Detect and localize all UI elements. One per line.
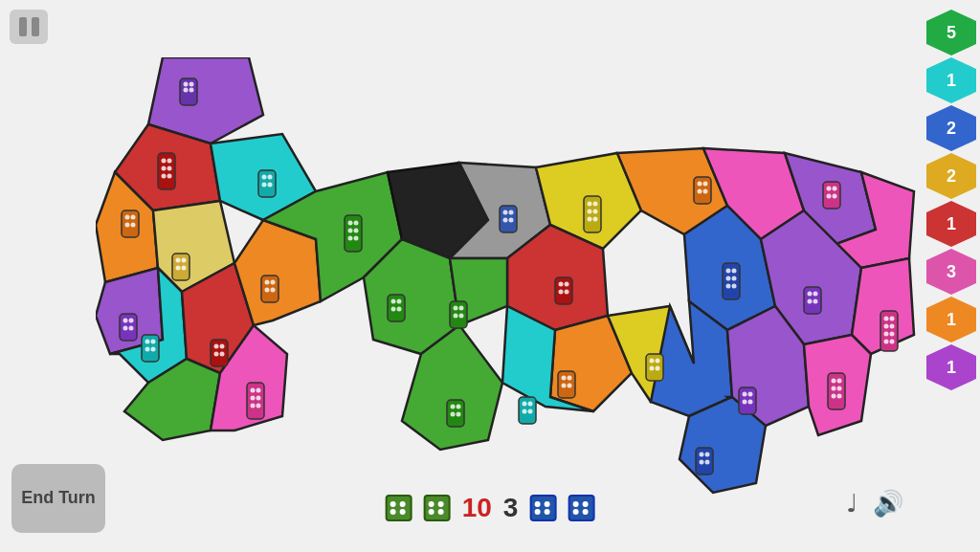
svg-rect-140 xyxy=(558,371,575,398)
svg-rect-109 xyxy=(555,277,572,304)
svg-point-146 xyxy=(650,359,655,364)
sidebar-item-2[interactable]: 2 xyxy=(926,105,976,151)
svg-point-157 xyxy=(705,453,710,457)
svg-point-36 xyxy=(184,88,189,93)
svg-point-90 xyxy=(503,218,508,223)
svg-point-94 xyxy=(593,202,598,207)
speaker-icon[interactable]: 🔊 xyxy=(873,489,903,519)
svg-point-167 xyxy=(837,379,842,384)
svg-point-77 xyxy=(271,280,276,285)
svg-point-163 xyxy=(743,400,747,405)
green-die-1 xyxy=(386,495,412,521)
red-score: 10 xyxy=(462,493,492,523)
blue-die-1 xyxy=(529,495,556,521)
svg-point-68 xyxy=(145,347,150,352)
svg-point-42 xyxy=(167,166,172,171)
svg-point-166 xyxy=(832,379,836,384)
svg-point-123 xyxy=(732,276,737,281)
svg-point-40 xyxy=(167,159,172,164)
svg-point-154 xyxy=(528,409,533,414)
svg-point-135 xyxy=(890,324,895,329)
svg-point-66 xyxy=(145,340,150,344)
svg-point-59 xyxy=(182,266,187,271)
game-board xyxy=(96,57,919,497)
svg-point-122 xyxy=(726,276,731,281)
sidebar-item-1[interactable]: 1 xyxy=(926,57,976,103)
sidebar-item-7[interactable]: 1 xyxy=(926,344,976,390)
svg-point-64 xyxy=(129,326,134,331)
sidebar-item-5[interactable]: 3 xyxy=(926,249,976,295)
svg-point-185 xyxy=(391,299,396,304)
svg-point-132 xyxy=(884,317,889,321)
svg-point-54 xyxy=(131,223,136,228)
svg-point-127 xyxy=(808,292,813,297)
end-turn-button[interactable]: End Turn xyxy=(11,464,105,533)
svg-point-93 xyxy=(588,202,592,207)
svg-point-158 xyxy=(700,460,704,465)
svg-point-102 xyxy=(698,189,702,194)
svg-point-116 xyxy=(459,306,464,311)
svg-point-118 xyxy=(459,314,464,319)
svg-point-88 xyxy=(503,210,508,215)
svg-point-159 xyxy=(705,460,710,465)
music-icon[interactable]: ♩ xyxy=(846,489,858,519)
svg-point-107 xyxy=(827,194,832,199)
svg-point-186 xyxy=(397,299,402,304)
svg-point-130 xyxy=(813,299,818,304)
svg-point-143 xyxy=(562,384,567,388)
svg-point-63 xyxy=(123,326,128,331)
svg-point-81 xyxy=(348,221,353,226)
svg-point-164 xyxy=(748,400,753,405)
svg-point-168 xyxy=(832,386,836,391)
sidebar-item-6[interactable]: 1 xyxy=(926,297,976,342)
svg-rect-104 xyxy=(823,182,840,209)
svg-point-188 xyxy=(397,307,402,312)
svg-point-35 xyxy=(189,82,194,87)
svg-point-137 xyxy=(890,332,895,337)
svg-rect-184 xyxy=(388,295,405,321)
sidebar-item-4[interactable]: 1 xyxy=(926,201,976,247)
svg-point-173 xyxy=(451,405,456,409)
svg-rect-119 xyxy=(723,263,740,299)
svg-point-39 xyxy=(162,159,167,164)
svg-rect-145 xyxy=(646,354,663,381)
svg-point-52 xyxy=(131,215,136,220)
black-score: 3 xyxy=(503,493,519,523)
green-die-2 xyxy=(424,495,451,521)
svg-point-44 xyxy=(167,174,172,179)
svg-point-78 xyxy=(265,288,270,293)
sidebar-item-3[interactable]: 2 xyxy=(926,153,976,199)
svg-point-152 xyxy=(528,402,533,407)
svg-point-57 xyxy=(182,258,187,263)
svg-point-89 xyxy=(509,210,514,215)
svg-rect-114 xyxy=(450,301,467,328)
svg-point-58 xyxy=(176,266,181,271)
svg-point-41 xyxy=(162,166,167,171)
svg-rect-172 xyxy=(447,400,464,427)
pause-button[interactable] xyxy=(10,10,48,44)
svg-point-170 xyxy=(832,394,836,399)
svg-point-98 xyxy=(593,217,598,222)
svg-point-74 xyxy=(220,352,225,357)
svg-point-149 xyxy=(656,366,660,371)
svg-point-182 xyxy=(251,404,256,408)
svg-point-43 xyxy=(162,174,167,179)
svg-point-84 xyxy=(354,229,359,233)
svg-point-171 xyxy=(837,394,842,399)
sidebar-item-0[interactable]: 5 xyxy=(926,10,976,55)
svg-point-162 xyxy=(748,392,753,397)
svg-point-125 xyxy=(732,284,737,289)
svg-point-120 xyxy=(726,269,731,274)
svg-rect-60 xyxy=(120,314,137,341)
svg-point-139 xyxy=(890,340,895,344)
svg-point-174 xyxy=(457,405,461,409)
svg-rect-99 xyxy=(694,177,711,204)
svg-point-34 xyxy=(184,82,189,87)
svg-point-115 xyxy=(454,306,458,311)
svg-point-108 xyxy=(833,194,837,199)
svg-point-103 xyxy=(703,189,708,194)
svg-rect-38 xyxy=(158,153,175,189)
svg-point-106 xyxy=(833,187,837,191)
svg-point-105 xyxy=(827,187,832,191)
svg-point-121 xyxy=(732,269,737,274)
